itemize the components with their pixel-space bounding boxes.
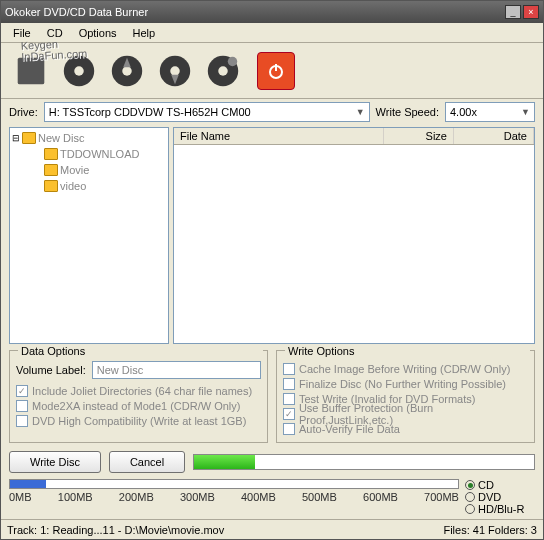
menu-file[interactable]: File xyxy=(5,25,39,41)
tree-item[interactable]: Movie xyxy=(12,162,166,178)
titlebar: Okoker DVD/CD Data Burner _ × xyxy=(1,1,543,23)
finalize-checkbox[interactable]: Finalize Disc (No Further Writing Possib… xyxy=(283,376,528,391)
statusbar: Track: 1: Reading...11 - D:\Movie\movie.… xyxy=(1,519,543,539)
svg-point-8 xyxy=(218,66,228,76)
window-title: Okoker DVD/CD Data Burner xyxy=(5,6,505,18)
status-right: Files: 41 Folders: 3 xyxy=(443,524,537,536)
close-button[interactable]: × xyxy=(523,5,539,19)
disc-type-radios: CD DVD HD/Blu-R xyxy=(465,479,535,515)
write-disc-button[interactable]: Write Disc xyxy=(9,451,101,473)
radio-hd[interactable]: HD/Blu-R xyxy=(465,503,535,515)
svg-point-4 xyxy=(122,66,132,76)
file-list[interactable]: File Name Size Date xyxy=(173,127,535,344)
mode2-checkbox[interactable]: Mode2XA instead of Mode1 (CDR/W Only) xyxy=(16,398,261,413)
toolbar-disc-icon-1[interactable] xyxy=(57,49,101,93)
tree-item[interactable]: TDDOWNLOAD xyxy=(12,146,166,162)
menu-help[interactable]: Help xyxy=(125,25,164,41)
folder-icon xyxy=(44,180,58,192)
dvdhc-checkbox[interactable]: DVD High Compatibility (Write at least 1… xyxy=(16,413,261,428)
minimize-button[interactable]: _ xyxy=(505,5,521,19)
action-row: Write Disc Cancel xyxy=(1,447,543,477)
chevron-down-icon: ▼ xyxy=(356,107,365,117)
main-area: ⊟ New Disc TDDOWNLOAD Movie video xyxy=(1,125,543,346)
menubar: File CD Options Help xyxy=(1,23,543,43)
cache-checkbox[interactable]: Cache Image Before Writing (CDR/W Only) xyxy=(283,361,528,376)
drive-select[interactable]: H: TSSTcorp CDDVDW TS-H652H CM00 ▼ xyxy=(44,102,370,122)
toolbar: Keygen InDaFun.com xyxy=(1,43,543,99)
file-list-header: File Name Size Date xyxy=(174,128,534,145)
volume-label-label: Volume Label: xyxy=(16,364,86,376)
menu-options[interactable]: Options xyxy=(71,25,125,41)
chevron-down-icon: ▼ xyxy=(521,107,530,117)
toolbar-disc-icon-4[interactable] xyxy=(201,49,245,93)
toolbar-disc-icon-3[interactable] xyxy=(153,49,197,93)
write-speed-select[interactable]: 4.00x ▼ xyxy=(445,102,535,122)
folder-tree[interactable]: ⊟ New Disc TDDOWNLOAD Movie video xyxy=(9,127,169,344)
folder-icon xyxy=(22,132,36,144)
svg-rect-0 xyxy=(18,57,45,84)
capacity-row: 0MB 100MB 200MB 300MB 400MB 500MB 600MB … xyxy=(1,477,543,519)
radio-cd[interactable]: CD xyxy=(465,479,535,491)
data-options-group: Data Options Volume Label: New Disc ✓Inc… xyxy=(9,350,268,443)
col-date[interactable]: Date xyxy=(454,128,534,144)
write-speed-label: Write Speed: xyxy=(376,106,439,118)
col-size[interactable]: Size xyxy=(384,128,454,144)
tree-root[interactable]: ⊟ New Disc xyxy=(12,130,166,146)
volume-label-input[interactable]: New Disc xyxy=(92,361,261,379)
toolbar-new-icon[interactable] xyxy=(9,49,53,93)
toolbar-disc-icon-2[interactable] xyxy=(105,49,149,93)
status-left: Track: 1: Reading...11 - D:\Movie\movie.… xyxy=(7,524,224,536)
drive-row: Drive: H: TSSTcorp CDDVDW TS-H652H CM00 … xyxy=(1,99,543,125)
svg-point-2 xyxy=(74,66,84,76)
write-options-group: Write Options Cache Image Before Writing… xyxy=(276,350,535,443)
svg-point-9 xyxy=(228,56,238,66)
buffer-checkbox[interactable]: ✓Use Buffer Protection (Burn Proof,JustL… xyxy=(283,406,528,421)
tree-item[interactable]: video xyxy=(12,178,166,194)
drive-label: Drive: xyxy=(9,106,38,118)
power-button[interactable] xyxy=(257,52,295,90)
menu-cd[interactable]: CD xyxy=(39,25,71,41)
radio-dvd[interactable]: DVD xyxy=(465,491,535,503)
folder-icon xyxy=(44,148,58,160)
svg-point-6 xyxy=(170,66,180,76)
progress-bar xyxy=(193,454,535,470)
capacity-bar xyxy=(9,479,459,489)
folder-icon xyxy=(44,164,58,176)
joliet-checkbox[interactable]: ✓Include Joliet Directories (64 char fil… xyxy=(16,383,261,398)
options-row: Data Options Volume Label: New Disc ✓Inc… xyxy=(1,346,543,447)
cancel-button[interactable]: Cancel xyxy=(109,451,185,473)
app-window: Okoker DVD/CD Data Burner _ × File CD Op… xyxy=(0,0,544,540)
collapse-icon[interactable]: ⊟ xyxy=(12,133,20,143)
col-filename[interactable]: File Name xyxy=(174,128,384,144)
